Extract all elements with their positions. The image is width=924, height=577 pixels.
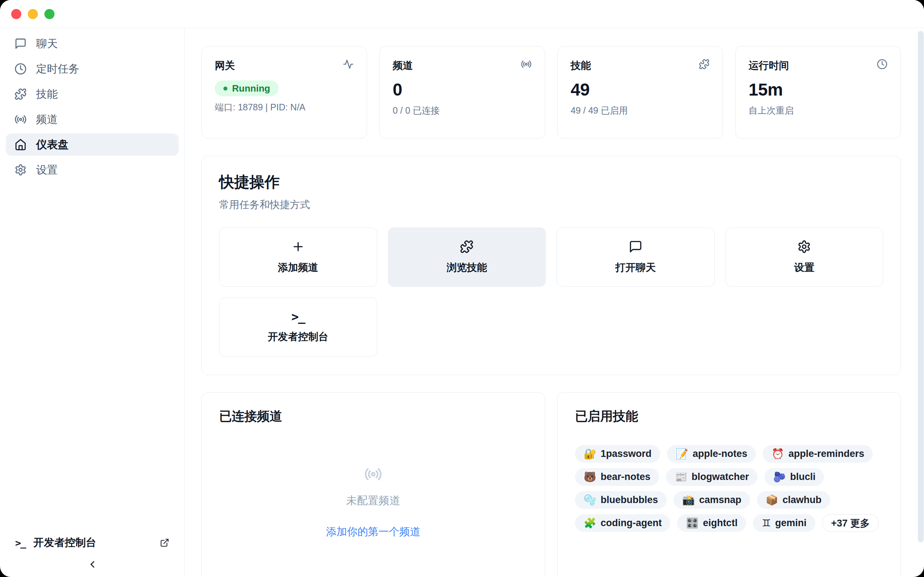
- empty-channels-text: 未配置频道: [346, 493, 400, 508]
- skill-chip: ♊ gemini: [753, 514, 815, 532]
- sidebar-item-label: 设置: [36, 163, 58, 177]
- sidebar-item-label: 仪表盘: [36, 137, 69, 152]
- skill-name: blucli: [790, 471, 816, 482]
- skill-name: bluebubbles: [601, 495, 658, 506]
- plus-icon: [291, 240, 305, 253]
- skill-name: gemini: [775, 517, 807, 529]
- external-link-icon: [160, 538, 169, 548]
- stat-card-skills: 技能 49 49 / 49 已启用: [557, 46, 723, 139]
- dashboard-main: 网关 Running 端口: 18789 | PID: N/A 频道: [185, 28, 924, 577]
- sidebar-item-channels[interactable]: 频道: [6, 108, 179, 131]
- sidebar-item-cron-tasks[interactable]: 定时任务: [6, 58, 179, 80]
- skill-emoji-icon: 📝: [676, 449, 688, 459]
- quick-actions-title: 快捷操作: [219, 172, 883, 192]
- status-dot-icon: [223, 87, 228, 90]
- skill-chip: 🫧 bluebubbles: [575, 491, 667, 509]
- stat-card-gateway: 网关 Running 端口: 18789 | PID: N/A: [201, 46, 367, 139]
- terminal-icon: >_: [15, 538, 26, 548]
- sidebar: 聊天 定时任务 技能 频道 仪表盘: [0, 28, 185, 577]
- skill-emoji-icon: 📦: [766, 495, 778, 505]
- home-icon: [15, 139, 27, 151]
- open-chat-button[interactable]: 打开聊天: [557, 227, 715, 287]
- puzzle-icon: [699, 59, 709, 69]
- dev-console-button[interactable]: >_ 开发者控制台: [219, 298, 377, 357]
- sidebar-collapse-button[interactable]: [87, 559, 98, 570]
- skill-emoji-icon: ⏰: [771, 449, 784, 459]
- skill-name: 1password: [601, 448, 651, 459]
- skill-chip: 📝 apple-notes: [667, 445, 756, 463]
- add-first-channel-link[interactable]: 添加你的第一个频道: [326, 525, 420, 539]
- stat-title: 技能: [571, 59, 591, 73]
- skill-emoji-icon: ♊: [762, 518, 771, 528]
- sidebar-item-chat[interactable]: 聊天: [6, 32, 179, 55]
- enabled-skills-title: 已启用技能: [575, 408, 883, 425]
- skill-name: eightctl: [703, 517, 737, 529]
- add-channel-button[interactable]: 添加频道: [219, 227, 377, 287]
- skill-chip: 🔐 1password: [575, 445, 660, 463]
- message-square-icon: [629, 240, 643, 253]
- stat-subtitle: 端口: 18789 | PID: N/A: [215, 102, 354, 113]
- dev-console-label: 开发者控制台: [34, 535, 96, 550]
- close-button[interactable]: [11, 9, 21, 19]
- sidebar-item-label: 聊天: [36, 36, 58, 51]
- stat-card-channels: 频道 0 0 / 0 已连接: [380, 46, 545, 139]
- skill-emoji-icon: 🧩: [584, 518, 596, 528]
- collapse-row: [6, 553, 179, 570]
- stat-title: 频道: [393, 59, 413, 73]
- channels-empty-state: 未配置频道 添加你的第一个频道: [219, 465, 527, 539]
- radio-icon: [15, 113, 27, 126]
- maximize-button[interactable]: [44, 9, 55, 19]
- stat-card-uptime: 运行时间 15m 自上次重启: [735, 46, 901, 139]
- dev-console-link[interactable]: >_ 开发者控制台: [6, 532, 179, 553]
- sidebar-item-skills[interactable]: 技能: [6, 83, 179, 105]
- scrollbar-thumb[interactable]: [918, 31, 924, 542]
- more-skills-button[interactable]: +37 更多: [822, 514, 879, 532]
- browse-skills-button[interactable]: 浏览技能: [388, 227, 546, 287]
- stat-subtitle: 49 / 49 已启用: [571, 105, 709, 116]
- stat-value: 49: [571, 80, 709, 100]
- app-window: 聊天 定时任务 技能 频道 仪表盘: [0, 0, 924, 577]
- sidebar-item-dashboard[interactable]: 仪表盘: [6, 134, 179, 156]
- skill-name: apple-notes: [693, 448, 748, 459]
- chevron-left-icon: [87, 559, 98, 570]
- connected-channels-title: 已连接频道: [219, 408, 527, 425]
- radio-icon: [364, 465, 382, 483]
- settings-button[interactable]: 设置: [725, 227, 884, 287]
- skill-emoji-icon: 🫧: [584, 495, 596, 505]
- skill-chip: 📦 clawhub: [757, 491, 830, 509]
- skill-name: clawhub: [782, 495, 822, 506]
- bottom-grid: 已连接频道 未配置频道 添加你的第一个频道 已启用技能 🔐 1password: [201, 392, 901, 577]
- clock-icon: [877, 59, 888, 69]
- skill-name: blogwatcher: [691, 471, 749, 482]
- quick-actions-card: 快捷操作 常用任务和快捷方式 添加频道 浏览技能 打开聊天: [201, 156, 901, 375]
- minimize-button[interactable]: [28, 9, 38, 19]
- skill-emoji-icon: 📸: [682, 495, 695, 505]
- message-square-icon: [15, 37, 27, 50]
- status-label: Running: [232, 83, 270, 94]
- skill-chip: 📸 camsnap: [674, 491, 750, 509]
- activity-icon: [343, 59, 354, 69]
- skill-chip: 🫐 blucli: [764, 468, 824, 486]
- skill-chip: 🧩 coding-agent: [575, 514, 670, 532]
- titlebar: [0, 0, 924, 28]
- skill-name: coding-agent: [601, 517, 662, 529]
- sidebar-item-settings[interactable]: 设置: [6, 159, 179, 181]
- quick-actions-subtitle: 常用任务和快捷方式: [219, 198, 883, 212]
- skill-name: bear-notes: [601, 471, 650, 482]
- skills-chip-list: 🔐 1password 📝 apple-notes ⏰ apple-remind…: [575, 445, 883, 532]
- sidebar-footer: >_ 开发者控制台: [6, 532, 179, 570]
- stat-value: 15m: [749, 80, 888, 100]
- sidebar-item-label: 技能: [36, 87, 58, 102]
- action-label: 浏览技能: [446, 261, 487, 274]
- stat-title: 运行时间: [749, 59, 789, 73]
- quick-actions-grid: 添加频道 浏览技能 打开聊天 设置 >_: [219, 227, 883, 357]
- action-label: 添加频道: [278, 261, 318, 274]
- window-body: 聊天 定时任务 技能 频道 仪表盘: [0, 28, 924, 577]
- puzzle-icon: [15, 88, 27, 100]
- stat-subtitle: 自上次重启: [749, 105, 888, 116]
- stat-value: 0: [393, 80, 531, 100]
- stats-row: 网关 Running 端口: 18789 | PID: N/A 频道: [201, 46, 901, 139]
- skill-chip: 🎛️ eightctl: [677, 514, 746, 532]
- gear-icon: [797, 240, 811, 253]
- stat-subtitle: 0 / 0 已连接: [393, 105, 531, 116]
